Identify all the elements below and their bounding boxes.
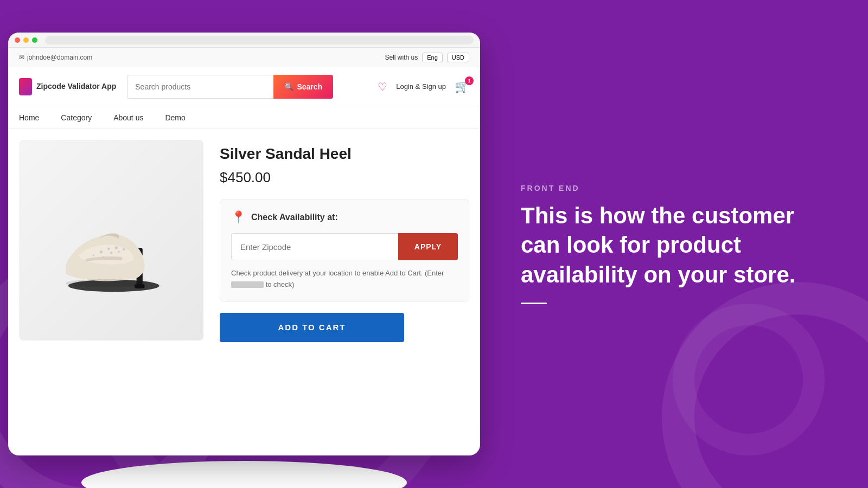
availability-section: 📍 Check Availability at: APPLY Check pro… (220, 199, 469, 302)
currency-selector[interactable]: USD (447, 53, 469, 62)
nav-about[interactable]: About us (113, 113, 143, 122)
location-icon: 📍 (231, 210, 246, 224)
store-header: Zipcode Validator App 🔍 Search ♡ Login &… (8, 67, 480, 106)
email-text: johndoe@domain.com (27, 54, 92, 61)
availability-note: Check product delivery at your location … (231, 268, 458, 291)
sell-with-us-link[interactable]: Sell with us (385, 54, 418, 61)
search-bar: 🔍 Search (127, 75, 333, 99)
svg-point-3 (100, 251, 103, 254)
headline-divider (521, 303, 547, 304)
product-page: Silver Sandal Heel $450.00 📍 Check Avail… (8, 129, 480, 358)
svg-point-6 (123, 248, 125, 251)
zipcode-input[interactable] (231, 233, 398, 260)
cart-badge: 1 (465, 76, 474, 85)
product-details: Silver Sandal Heel $450.00 📍 Check Avail… (220, 140, 469, 348)
browser-topbar (8, 33, 480, 48)
nav-category[interactable]: Category (61, 113, 92, 122)
wishlist-button[interactable]: ♡ (378, 80, 387, 93)
logo-text: Zipcode Validator App (36, 82, 116, 91)
browser-dot-green (32, 37, 37, 43)
product-price: $450.00 (220, 169, 469, 186)
store-topbar: ✉ johndoe@domain.com Sell with us Eng US… (8, 48, 480, 67)
email-icon: ✉ (19, 54, 24, 61)
browser-dot-yellow (23, 37, 29, 43)
search-button-label: Search (297, 82, 322, 91)
add-to-cart-button[interactable]: ADD TO CART (220, 313, 404, 342)
availability-label: Check Availability at: (251, 213, 338, 222)
availability-title: 📍 Check Availability at: (231, 210, 458, 224)
product-image (35, 164, 187, 316)
search-icon: 🔍 (284, 82, 293, 91)
product-image-container (19, 140, 203, 341)
svg-point-5 (115, 246, 118, 249)
deco-circle-2 (673, 304, 825, 455)
main-headline: This is how the customer can look for pr… (521, 201, 835, 290)
right-panel: FRONT END This is how the customer can l… (488, 0, 868, 488)
header-right: ♡ Login & Sign up 🛒 1 (378, 80, 469, 94)
browser-dot-red (15, 37, 20, 43)
deco-circle-1 (662, 282, 868, 488)
product-title: Silver Sandal Heel (220, 145, 469, 163)
mockup-bottom-curve (81, 461, 407, 488)
nav-demo[interactable]: Demo (165, 113, 185, 122)
search-input[interactable] (127, 75, 273, 99)
browser-mockup: ✉ johndoe@domain.com Sell with us Eng US… (8, 33, 480, 455)
language-selector[interactable]: Eng (422, 53, 443, 62)
note-text-2: to check) (266, 280, 295, 288)
cart-button[interactable]: 🛒 1 (455, 80, 469, 94)
blurred-zipcode (231, 281, 264, 288)
note-text-1: Check product delivery at your location … (231, 269, 444, 277)
search-button[interactable]: 🔍 Search (273, 75, 333, 99)
svg-point-4 (107, 248, 110, 251)
browser-url-bar (45, 36, 474, 44)
svg-point-8 (110, 252, 113, 254)
svg-point-7 (92, 254, 94, 256)
front-end-label: FRONT END (521, 184, 835, 192)
svg-point-11 (66, 279, 146, 287)
store-nav: Home Category About us Demo (8, 106, 480, 129)
login-button[interactable]: Login & Sign up (396, 82, 446, 91)
svg-point-9 (118, 251, 120, 253)
zipcode-row: APPLY (231, 233, 458, 260)
topbar-right: Sell with us Eng USD (385, 53, 469, 62)
apply-button[interactable]: APPLY (398, 233, 458, 260)
store-logo: Zipcode Validator App (19, 78, 116, 95)
topbar-email: ✉ johndoe@domain.com (19, 54, 92, 61)
nav-home[interactable]: Home (19, 113, 39, 122)
logo-icon (19, 78, 32, 95)
browser-area: ✉ johndoe@domain.com Sell with us Eng US… (0, 0, 488, 488)
